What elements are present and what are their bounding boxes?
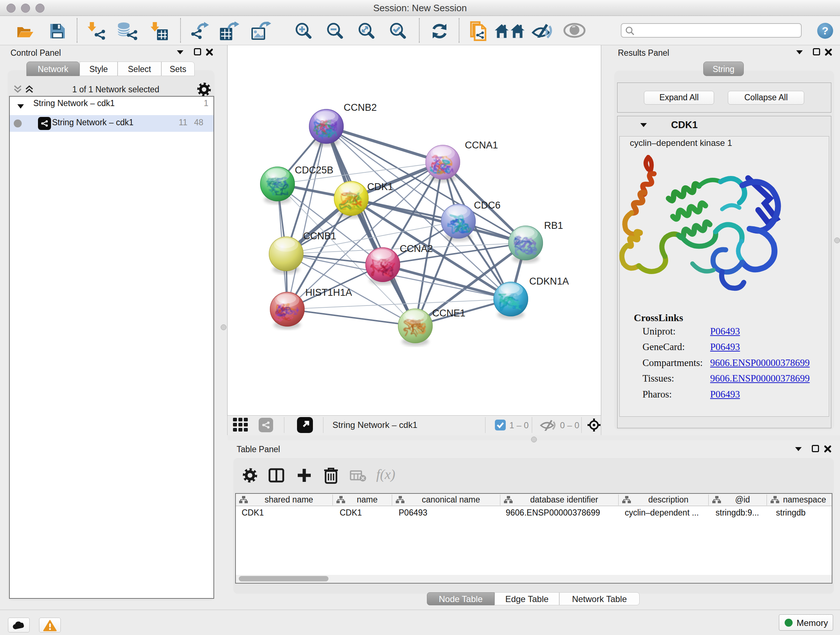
svg-text:CDKN1A: CDKN1A [529,276,569,287]
svg-text:CCNA1: CCNA1 [465,140,498,150]
svg-text:CDK1: CDK1 [367,181,393,192]
svg-text:?: ? [822,25,829,36]
svg-text:RB1: RB1 [544,220,563,231]
svg-text:HIST1H1A: HIST1H1A [305,287,352,298]
svg-text:CCNA2: CCNA2 [400,243,433,254]
svg-text:CDC6: CDC6 [474,200,501,211]
svg-text:CCNE1: CCNE1 [432,308,466,318]
svg-text:CDC25B: CDC25B [295,165,333,176]
svg-text:CCNB2: CCNB2 [344,102,377,113]
svg-text:CCNB1: CCNB1 [303,231,336,241]
